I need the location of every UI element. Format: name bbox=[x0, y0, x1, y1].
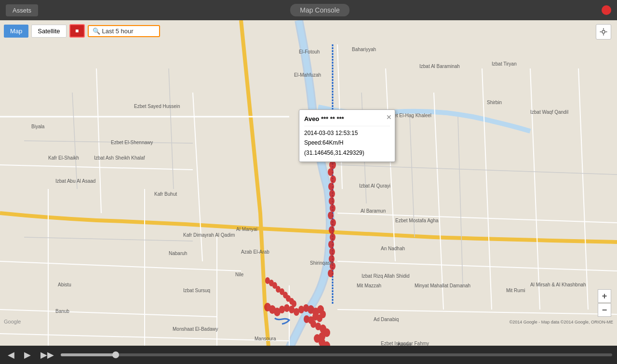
progress-bar[interactable] bbox=[61, 353, 612, 356]
zoom-out-button[interactable]: − bbox=[598, 303, 611, 317]
svg-point-43 bbox=[330, 233, 335, 241]
svg-point-56 bbox=[298, 306, 304, 313]
bottom-bar: ◀ ▶ ▶▶ bbox=[0, 346, 617, 364]
top-bar: Assets Map Console bbox=[0, 0, 617, 20]
google-logo: Google bbox=[4, 319, 21, 324]
location-button[interactable] bbox=[596, 24, 611, 40]
record-indicator[interactable] bbox=[602, 5, 611, 15]
zoom-in-button[interactable]: + bbox=[598, 289, 611, 303]
svg-point-52 bbox=[279, 306, 285, 313]
svg-point-48 bbox=[328, 270, 334, 277]
next-button[interactable]: ▶▶ bbox=[38, 348, 57, 362]
map-console-title: Map Console bbox=[290, 4, 349, 16]
popup-close-button[interactable]: ✕ bbox=[386, 112, 392, 123]
map-type-satellite-button[interactable]: Satellite bbox=[31, 25, 66, 38]
svg-point-44 bbox=[328, 241, 334, 248]
map-controls: Map Satellite ■ 🔍 bbox=[4, 24, 160, 38]
assets-button[interactable]: Assets bbox=[6, 4, 38, 16]
progress-bar-fill bbox=[61, 353, 116, 356]
map-type-map-button[interactable]: Map bbox=[4, 25, 28, 38]
popup-coords: (31.146456,31.429329) bbox=[304, 148, 390, 158]
map-background bbox=[0, 20, 617, 346]
svg-point-37 bbox=[329, 190, 335, 198]
svg-point-53 bbox=[284, 304, 290, 312]
svg-point-36 bbox=[328, 183, 334, 190]
svg-point-86 bbox=[292, 300, 296, 307]
svg-point-46 bbox=[329, 255, 335, 263]
video-button[interactable]: ■ bbox=[69, 24, 85, 38]
popup-datetime: 2014-03-03 12:53:15 bbox=[304, 128, 390, 138]
svg-point-45 bbox=[329, 248, 335, 256]
svg-point-38 bbox=[329, 197, 335, 205]
svg-point-35 bbox=[330, 175, 336, 183]
svg-point-42 bbox=[329, 226, 335, 234]
popup-speed: Speed:64Km/H bbox=[304, 138, 390, 148]
video-icon: ■ bbox=[75, 27, 79, 34]
svg-point-41 bbox=[330, 219, 336, 227]
svg-point-34 bbox=[328, 168, 334, 176]
svg-point-40 bbox=[328, 212, 334, 219]
popup-title: Aveo *** ** *** bbox=[304, 114, 390, 126]
prev-button[interactable]: ◀ bbox=[5, 348, 17, 362]
map-container: Map Satellite ■ 🔍 BahariyyahEl-FotouhIzb… bbox=[0, 20, 617, 346]
search-box: 🔍 bbox=[88, 25, 160, 37]
svg-point-65 bbox=[304, 315, 309, 323]
info-popup: Aveo *** ** *** ✕ 2014-03-03 12:53:15 Sp… bbox=[299, 109, 395, 162]
map-attribution: ©2014 Google - Map data ©2014 Google, OR… bbox=[510, 320, 613, 324]
search-icon: 🔍 bbox=[93, 27, 100, 35]
search-input[interactable] bbox=[102, 27, 155, 35]
svg-point-91 bbox=[602, 30, 605, 33]
progress-handle[interactable] bbox=[112, 351, 119, 358]
play-button[interactable]: ▶ bbox=[21, 348, 34, 362]
svg-point-39 bbox=[330, 204, 335, 212]
svg-point-47 bbox=[330, 262, 335, 270]
zoom-controls: + − bbox=[598, 289, 611, 317]
